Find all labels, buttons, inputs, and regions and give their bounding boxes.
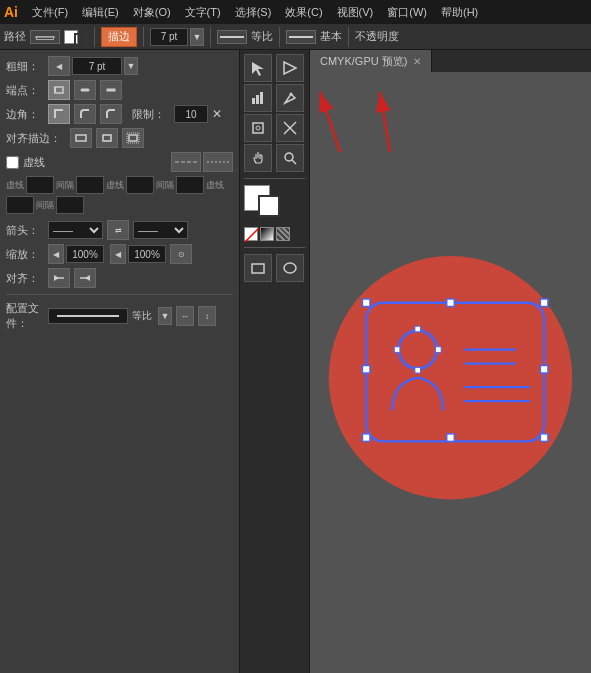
dash3-input[interactable] xyxy=(6,196,34,214)
scale2-input[interactable] xyxy=(128,245,166,263)
pattern-btn[interactable] xyxy=(276,227,290,241)
scale1-down[interactable]: ◀ xyxy=(48,244,64,264)
transform-tool[interactable] xyxy=(244,114,272,142)
direct-select-tool[interactable] xyxy=(276,54,304,82)
canvas-tab[interactable]: CMYK/GPU 预览) ✕ xyxy=(310,50,432,72)
gap1-input[interactable] xyxy=(76,176,104,194)
dash1-input[interactable] xyxy=(26,176,54,194)
dash-inputs-row: 虚线 间隔 虚线 间隔 虚线 间隔 xyxy=(6,176,233,214)
arrow-end-select[interactable]: —— xyxy=(133,221,188,239)
separator xyxy=(94,27,95,47)
weight-dropdown[interactable]: ▼ xyxy=(190,28,204,46)
separator2 xyxy=(143,27,144,47)
menu-window[interactable]: 窗口(W) xyxy=(381,3,433,22)
line-style-preview[interactable] xyxy=(217,30,247,44)
gap2-input[interactable] xyxy=(176,176,204,194)
canvas-area: CMYK/GPU 预览) ✕ xyxy=(310,50,591,673)
weight-down[interactable]: ◀ xyxy=(48,56,70,76)
opacity-label: 不透明度 xyxy=(355,29,399,44)
corner-round-btn[interactable] xyxy=(74,104,96,124)
canvas-tab-close[interactable]: ✕ xyxy=(413,56,421,67)
menu-view[interactable]: 视图(V) xyxy=(331,3,380,22)
hand-tool[interactable] xyxy=(244,144,272,172)
dashed-style1[interactable] xyxy=(171,152,201,172)
ellipse-tool[interactable] xyxy=(276,254,304,282)
weight-dropdown-panel[interactable]: ▼ xyxy=(124,57,138,75)
arrow-label: 箭头： xyxy=(6,223,44,238)
menu-object[interactable]: 对象(O) xyxy=(127,3,177,22)
align2-btn1[interactable] xyxy=(48,268,70,288)
svg-rect-37 xyxy=(362,365,369,372)
tool-separator xyxy=(244,178,305,179)
pen-tool[interactable] xyxy=(276,84,304,112)
none-fill-btn[interactable] xyxy=(244,227,258,241)
weight-value-input[interactable] xyxy=(72,57,122,75)
color-boxes xyxy=(64,27,88,47)
profile-dropdown[interactable]: ▼ xyxy=(158,307,172,325)
dashed-checkbox[interactable] xyxy=(6,156,19,169)
svg-rect-38 xyxy=(540,365,547,372)
svg-rect-19 xyxy=(252,98,255,104)
zoom-tool[interactable] xyxy=(276,144,304,172)
chart-tool[interactable] xyxy=(244,84,272,112)
cap-flat-btn[interactable] xyxy=(48,80,70,100)
toolbar-row: 路径 描边 ▼ 等比 基本 不透明度 xyxy=(0,24,591,50)
align2-label: 对齐： xyxy=(6,271,44,286)
svg-point-27 xyxy=(285,153,293,161)
menu-text[interactable]: 文字(T) xyxy=(179,3,227,22)
stroke-color-preview[interactable] xyxy=(30,30,60,44)
scale1-input[interactable] xyxy=(66,245,104,263)
profile-flip-h[interactable]: ↔ xyxy=(176,306,194,326)
arrow-start-select[interactable]: —— xyxy=(48,221,103,239)
mesh-tool[interactable] xyxy=(276,114,304,142)
stroke-btn[interactable]: 描边 xyxy=(101,27,137,47)
align-outside-btn[interactable] xyxy=(122,128,144,148)
scale2-down[interactable]: ◀ xyxy=(110,244,126,264)
cap-square-btn[interactable] xyxy=(100,80,122,100)
menu-bar: 文件(F) 编辑(E) 对象(O) 文字(T) 选择(S) 效果(C) 视图(V… xyxy=(26,3,484,22)
stroke-indicator[interactable] xyxy=(258,195,280,217)
menu-effect[interactable]: 效果(C) xyxy=(279,3,328,22)
menu-select[interactable]: 选择(S) xyxy=(229,3,278,22)
svg-rect-44 xyxy=(415,326,421,332)
dashed-checkbox-area: 虚线 xyxy=(6,155,45,170)
arrow-swap[interactable]: ⇄ xyxy=(107,220,129,240)
profile-flip-v[interactable]: ↕ xyxy=(198,306,216,326)
menu-edit[interactable]: 编辑(E) xyxy=(76,3,125,22)
align-center-btn[interactable] xyxy=(70,128,92,148)
link-scale[interactable]: ⊙ xyxy=(170,244,192,264)
svg-line-54 xyxy=(380,92,390,152)
menu-file[interactable]: 文件(F) xyxy=(26,3,74,22)
limit-input[interactable] xyxy=(174,105,208,123)
scale-row: 缩放： ◀ ◀ ⊙ xyxy=(6,244,233,264)
menu-help[interactable]: 帮助(H) xyxy=(435,3,484,22)
align-label: 对齐描边： xyxy=(6,131,66,146)
fill-stroke-indicator xyxy=(244,185,286,223)
weight-input[interactable] xyxy=(150,28,188,46)
scale-label: 缩放： xyxy=(6,247,44,262)
stroke-options-panel: 粗细： ◀ ▼ 端点： 边角： xyxy=(0,50,240,673)
profile-value: 等比 xyxy=(132,309,152,323)
corner-miter-btn[interactable] xyxy=(48,104,70,124)
ratio-label: 等比 xyxy=(251,29,273,44)
separator5 xyxy=(348,27,349,47)
stroke-swatch[interactable] xyxy=(74,33,88,47)
dash2-input[interactable] xyxy=(126,176,154,194)
select-tool[interactable] xyxy=(244,54,272,82)
dashed-style2[interactable] xyxy=(203,152,233,172)
color-tools xyxy=(240,181,309,245)
rect-tool[interactable] xyxy=(244,254,272,282)
gradient-btn[interactable] xyxy=(260,227,274,241)
canvas-tab-label: CMYK/GPU 预览) xyxy=(320,54,407,69)
align-inside-btn[interactable] xyxy=(96,128,118,148)
align2-btn2[interactable] xyxy=(74,268,96,288)
gap3-input[interactable] xyxy=(56,196,84,214)
profile-label: 配置文件： xyxy=(6,301,44,331)
arrow-section: 箭头： —— ⇄ —— 缩放： ◀ ◀ ⊙ xyxy=(6,220,233,288)
corner-bevel-btn[interactable] xyxy=(100,104,122,124)
profile-preview[interactable] xyxy=(286,30,316,44)
cap-round-btn[interactable] xyxy=(74,80,96,100)
canvas-content xyxy=(310,72,591,673)
profile-preview-panel[interactable] xyxy=(48,308,128,324)
app-logo: Ai xyxy=(4,4,18,20)
